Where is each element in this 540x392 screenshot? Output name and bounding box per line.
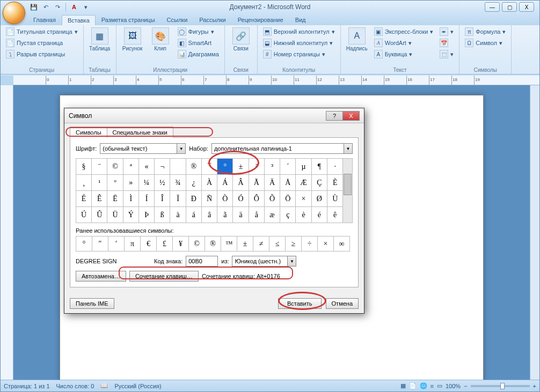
char-cell[interactable]: Í [138, 191, 154, 207]
font-combo[interactable]: (обычный текст)▼ [100, 143, 186, 154]
recent-char-cell[interactable]: ° [76, 236, 92, 252]
char-cell[interactable]: Ï [170, 191, 186, 207]
ribbon-tab[interactable]: Ссылки [161, 14, 194, 25]
ribbon-tab[interactable]: Рассылки [193, 14, 231, 25]
char-cell[interactable]: ª [123, 159, 138, 175]
char-cell[interactable]: Ê [92, 191, 107, 207]
vertical-scrollbar[interactable] [530, 85, 539, 380]
chevron-down-icon[interactable]: ▼ [177, 144, 185, 153]
char-cell[interactable]: é [311, 207, 327, 223]
recent-char-cell[interactable]: ± [237, 236, 253, 252]
char-cell[interactable]: ¨ [92, 159, 107, 175]
font-color-icon[interactable]: A [69, 2, 79, 12]
page-break-button[interactable]: ⤵Разрыв страницы [4, 49, 80, 60]
ribbon-tab[interactable]: Разметка страницы [96, 14, 161, 25]
recent-char-cell[interactable]: € [141, 236, 157, 252]
shortcut-key-button[interactable]: Сочетание клавиш… [129, 271, 199, 282]
char-cell[interactable]: µ [296, 159, 311, 175]
char-cell[interactable]: Ø [311, 191, 327, 207]
char-cell[interactable]: ® [186, 159, 201, 175]
from-combo[interactable]: Юникод (шестн.)▼ [232, 256, 296, 267]
char-cell[interactable]: À [201, 175, 217, 191]
wordart-button[interactable]: 𝐴WordArt ▾ [372, 38, 436, 48]
char-cell[interactable]: ã [217, 207, 233, 223]
char-cell[interactable]: ¿ [186, 175, 201, 191]
insert-button[interactable]: Вставить [278, 298, 322, 309]
language-indicator[interactable]: Русский (Россия) [114, 383, 161, 389]
chevron-down-icon[interactable]: ▼ [287, 256, 296, 266]
char-cell[interactable]: ° [217, 159, 233, 175]
char-cell[interactable]: Ð [186, 191, 201, 207]
recent-char-cell[interactable]: £ [157, 236, 173, 252]
recent-char-cell[interactable]: ™ [221, 236, 237, 252]
chevron-down-icon[interactable]: ▼ [344, 144, 352, 153]
char-cell[interactable]: « [138, 159, 154, 175]
quickparts-button[interactable]: ▣Экспресс-блоки ▾ [372, 26, 436, 37]
textbox-button[interactable]: AНадпись [344, 26, 370, 53]
spell-icon[interactable]: 📖 [100, 382, 108, 389]
char-cell[interactable]: ¸ [76, 175, 92, 191]
recent-char-cell[interactable]: π [125, 236, 141, 252]
char-cell[interactable]: ê [327, 207, 342, 223]
char-cell[interactable]: Æ [296, 175, 311, 191]
office-button[interactable] [3, 2, 25, 24]
shapes-button[interactable]: ◯Фигуры ▾ [176, 26, 221, 37]
recent-char-cell[interactable]: ® [205, 236, 221, 252]
char-cell[interactable]: Õ [264, 191, 280, 207]
recent-char-cell[interactable]: ′ [108, 236, 125, 252]
zoom-out-icon[interactable]: − [464, 383, 467, 389]
char-cell[interactable]: ¶ [311, 159, 327, 175]
subset-combo[interactable]: дополнительная латиница-1▼ [211, 143, 353, 154]
tab-symbols[interactable]: Символы [70, 127, 107, 138]
scroll-thumb[interactable] [344, 174, 352, 195]
vertical-ruler[interactable] [1, 85, 13, 380]
ribbon-tab[interactable]: Рецензирование [232, 14, 289, 25]
chart-button[interactable]: 📊Диаграмма [176, 49, 221, 60]
view-draft-icon[interactable]: ▭ [437, 382, 442, 389]
undo-icon[interactable]: ↶ [40, 2, 51, 12]
char-cell[interactable]: ² [249, 159, 264, 175]
ribbon-tab[interactable]: Вставка [62, 15, 96, 25]
char-cell[interactable]: » [123, 175, 138, 191]
horizontal-ruler[interactable]: 012345678910111213141516171819 [13, 76, 539, 85]
recent-char-cell[interactable]: ÷ [302, 236, 318, 252]
date-button[interactable]: 📅 [437, 38, 456, 48]
sig-button[interactable]: ✒▾ [437, 26, 456, 37]
zoom-level[interactable]: 100% [446, 383, 461, 389]
char-cell[interactable]: á [186, 207, 201, 223]
char-cell[interactable]: ¹ [92, 175, 107, 191]
char-cell[interactable]: à [170, 207, 186, 223]
char-cell[interactable]: Ö [280, 191, 296, 207]
equation-button[interactable]: πФормула ▾ [463, 26, 508, 37]
title-page-button[interactable]: 📄Титульная страница ▾ [4, 26, 80, 37]
char-cell[interactable]: º [107, 175, 123, 191]
char-cell[interactable]: É [76, 191, 92, 207]
char-cell[interactable]: ¯ [201, 159, 217, 175]
help-button[interactable]: ? [326, 111, 343, 121]
char-cell[interactable]: Ñ [201, 191, 217, 207]
footer-button[interactable]: ⬓Нижний колонтитул ▾ [261, 38, 337, 48]
zoom-in-icon[interactable]: + [533, 383, 536, 389]
recent-char-cell[interactable]: ″ [92, 236, 108, 252]
recent-char-cell[interactable]: ∞ [334, 236, 350, 252]
minimize-button[interactable]: — [485, 2, 500, 12]
char-cell[interactable]: Ú [76, 207, 92, 223]
char-cell[interactable]: Ü [107, 207, 123, 223]
autocorrect-button[interactable]: Автозамена… [76, 271, 126, 282]
recent-char-cell[interactable]: × [318, 236, 334, 252]
char-cell[interactable]: Ä [264, 175, 280, 191]
char-cell[interactable]: ä [233, 207, 249, 223]
header-button[interactable]: ⬒Верхний колонтитул ▾ [261, 26, 337, 37]
redo-icon[interactable]: ↷ [52, 2, 63, 12]
recent-char-cell[interactable]: © [189, 236, 205, 252]
char-cell[interactable]: Å [280, 175, 296, 191]
ribbon-tab[interactable]: Главная [27, 14, 62, 25]
char-cell[interactable]: · [327, 159, 342, 175]
pagenum-button[interactable]: #Номер страницы ▾ [261, 49, 337, 60]
dropdown-icon[interactable]: ▾ [81, 2, 91, 12]
cancel-button[interactable]: Отмена [326, 298, 359, 309]
char-cell[interactable]: â [201, 207, 217, 223]
char-cell[interactable]: Î [155, 191, 170, 207]
char-cell[interactable]: © [107, 159, 123, 175]
recent-char-cell[interactable]: ≥ [286, 236, 302, 252]
